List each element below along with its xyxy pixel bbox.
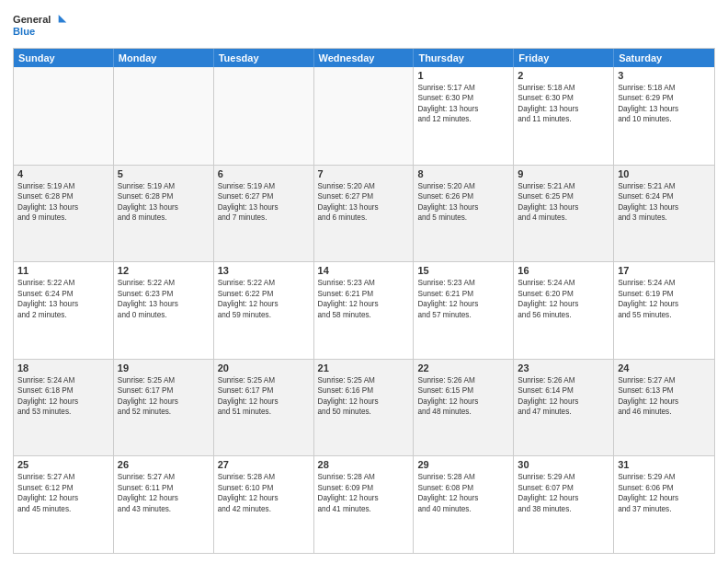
- svg-marker-2: [59, 15, 67, 23]
- cal-cell: 31Sunrise: 5:29 AMSunset: 6:06 PMDayligh…: [614, 456, 714, 553]
- cell-info: Sunrise: 5:21 AMSunset: 6:24 PMDaylight:…: [618, 181, 711, 224]
- cal-cell: 12Sunrise: 5:22 AMSunset: 6:23 PMDayligh…: [114, 262, 214, 359]
- cal-cell: [14, 67, 114, 165]
- cell-info: Sunrise: 5:19 AMSunset: 6:28 PMDaylight:…: [17, 181, 109, 224]
- calendar-body: 1Sunrise: 5:17 AMSunset: 6:30 PMDaylight…: [14, 67, 714, 553]
- cal-cell: 3Sunrise: 5:18 AMSunset: 6:29 PMDaylight…: [614, 67, 714, 165]
- weekday-header-monday: Monday: [114, 49, 214, 67]
- weekday-header-friday: Friday: [514, 49, 614, 67]
- cell-info: Sunrise: 5:21 AMSunset: 6:25 PMDaylight:…: [518, 181, 609, 224]
- day-number: 18: [17, 362, 109, 373]
- cell-info: Sunrise: 5:25 AMSunset: 6:16 PMDaylight:…: [318, 375, 410, 418]
- cell-info: Sunrise: 5:24 AMSunset: 6:18 PMDaylight:…: [17, 375, 109, 418]
- cal-cell: 25Sunrise: 5:27 AMSunset: 6:12 PMDayligh…: [14, 456, 114, 553]
- weekday-header-sunday: Sunday: [14, 49, 114, 67]
- cal-cell: 1Sunrise: 5:17 AMSunset: 6:30 PMDaylight…: [414, 67, 514, 165]
- cell-info: Sunrise: 5:23 AMSunset: 6:21 PMDaylight:…: [318, 278, 410, 320]
- weekday-header-thursday: Thursday: [414, 49, 514, 67]
- header: General Blue: [13, 9, 715, 42]
- weekday-header-wednesday: Wednesday: [314, 49, 415, 67]
- cell-info: Sunrise: 5:26 AMSunset: 6:14 PMDaylight:…: [518, 375, 609, 418]
- week-row-2: 11Sunrise: 5:22 AMSunset: 6:24 PMDayligh…: [14, 261, 714, 359]
- weekday-header-tuesday: Tuesday: [214, 49, 314, 67]
- cal-cell: 20Sunrise: 5:25 AMSunset: 6:17 PMDayligh…: [214, 360, 314, 456]
- logo: General Blue: [13, 9, 68, 42]
- cal-cell: 6Sunrise: 5:19 AMSunset: 6:27 PMDaylight…: [214, 166, 314, 262]
- cal-cell: 8Sunrise: 5:20 AMSunset: 6:26 PMDaylight…: [414, 166, 514, 262]
- day-number: 20: [218, 362, 310, 373]
- day-number: 2: [518, 70, 609, 81]
- cell-info: Sunrise: 5:18 AMSunset: 6:29 PMDaylight:…: [618, 83, 711, 125]
- cell-info: Sunrise: 5:23 AMSunset: 6:21 PMDaylight:…: [417, 278, 509, 320]
- cell-info: Sunrise: 5:18 AMSunset: 6:30 PMDaylight:…: [518, 83, 609, 125]
- cell-info: Sunrise: 5:27 AMSunset: 6:12 PMDaylight:…: [17, 472, 109, 514]
- cal-cell: 2Sunrise: 5:18 AMSunset: 6:30 PMDaylight…: [514, 67, 614, 165]
- day-number: 4: [17, 168, 109, 179]
- day-number: 29: [417, 459, 509, 470]
- week-row-0: 1Sunrise: 5:17 AMSunset: 6:30 PMDaylight…: [14, 67, 714, 165]
- day-number: 8: [417, 168, 509, 179]
- calendar-header: SundayMondayTuesdayWednesdayThursdayFrid…: [14, 49, 714, 67]
- logo-svg: General Blue: [13, 9, 68, 42]
- day-number: 13: [218, 265, 310, 276]
- cell-info: Sunrise: 5:24 AMSunset: 6:19 PMDaylight:…: [618, 278, 711, 320]
- day-number: 14: [318, 265, 410, 276]
- cell-info: Sunrise: 5:29 AMSunset: 6:06 PMDaylight:…: [618, 472, 711, 514]
- week-row-1: 4Sunrise: 5:19 AMSunset: 6:28 PMDaylight…: [14, 165, 714, 262]
- page: General Blue SundayMondayTuesdayWednesda…: [0, 0, 728, 563]
- cal-cell: 26Sunrise: 5:27 AMSunset: 6:11 PMDayligh…: [114, 456, 214, 553]
- cal-cell: 17Sunrise: 5:24 AMSunset: 6:19 PMDayligh…: [614, 262, 714, 359]
- calendar: SundayMondayTuesdayWednesdayThursdayFrid…: [13, 48, 715, 554]
- day-number: 16: [518, 265, 609, 276]
- cal-cell: [114, 67, 214, 165]
- cell-info: Sunrise: 5:17 AMSunset: 6:30 PMDaylight:…: [417, 83, 509, 125]
- cal-cell: 5Sunrise: 5:19 AMSunset: 6:28 PMDaylight…: [114, 166, 214, 262]
- cal-cell: 13Sunrise: 5:22 AMSunset: 6:22 PMDayligh…: [214, 262, 314, 359]
- cell-info: Sunrise: 5:22 AMSunset: 6:23 PMDaylight:…: [118, 278, 210, 320]
- svg-text:Blue: Blue: [13, 26, 35, 37]
- svg-text:General: General: [13, 14, 51, 25]
- cell-info: Sunrise: 5:19 AMSunset: 6:28 PMDaylight:…: [118, 181, 210, 224]
- cal-cell: 11Sunrise: 5:22 AMSunset: 6:24 PMDayligh…: [14, 262, 114, 359]
- day-number: 26: [118, 459, 210, 470]
- day-number: 22: [417, 362, 509, 373]
- weekday-header-saturday: Saturday: [614, 49, 714, 67]
- day-number: 17: [618, 265, 711, 276]
- cell-info: Sunrise: 5:22 AMSunset: 6:22 PMDaylight:…: [218, 278, 310, 320]
- cal-cell: 28Sunrise: 5:28 AMSunset: 6:09 PMDayligh…: [314, 456, 415, 553]
- cal-cell: 18Sunrise: 5:24 AMSunset: 6:18 PMDayligh…: [14, 360, 114, 456]
- day-number: 27: [218, 459, 310, 470]
- cal-cell: 23Sunrise: 5:26 AMSunset: 6:14 PMDayligh…: [514, 360, 614, 456]
- day-number: 7: [318, 168, 410, 179]
- cell-info: Sunrise: 5:19 AMSunset: 6:27 PMDaylight:…: [218, 181, 310, 224]
- cell-info: Sunrise: 5:27 AMSunset: 6:13 PMDaylight:…: [618, 375, 711, 418]
- cal-cell: 21Sunrise: 5:25 AMSunset: 6:16 PMDayligh…: [314, 360, 415, 456]
- cal-cell: 22Sunrise: 5:26 AMSunset: 6:15 PMDayligh…: [414, 360, 514, 456]
- cal-cell: [314, 67, 415, 165]
- day-number: 5: [118, 168, 210, 179]
- day-number: 11: [17, 265, 109, 276]
- cal-cell: 4Sunrise: 5:19 AMSunset: 6:28 PMDaylight…: [14, 166, 114, 262]
- day-number: 28: [318, 459, 410, 470]
- cal-cell: 10Sunrise: 5:21 AMSunset: 6:24 PMDayligh…: [614, 166, 714, 262]
- cal-cell: 16Sunrise: 5:24 AMSunset: 6:20 PMDayligh…: [514, 262, 614, 359]
- cal-cell: [214, 67, 314, 165]
- cell-info: Sunrise: 5:20 AMSunset: 6:27 PMDaylight:…: [318, 181, 410, 224]
- cell-info: Sunrise: 5:26 AMSunset: 6:15 PMDaylight:…: [417, 375, 509, 418]
- week-row-3: 18Sunrise: 5:24 AMSunset: 6:18 PMDayligh…: [14, 359, 714, 456]
- day-number: 23: [518, 362, 609, 373]
- cell-info: Sunrise: 5:24 AMSunset: 6:20 PMDaylight:…: [518, 278, 609, 320]
- day-number: 15: [417, 265, 509, 276]
- cell-info: Sunrise: 5:25 AMSunset: 6:17 PMDaylight:…: [218, 375, 310, 418]
- cell-info: Sunrise: 5:28 AMSunset: 6:08 PMDaylight:…: [417, 472, 509, 514]
- day-number: 6: [218, 168, 310, 179]
- week-row-4: 25Sunrise: 5:27 AMSunset: 6:12 PMDayligh…: [14, 455, 714, 553]
- cal-cell: 7Sunrise: 5:20 AMSunset: 6:27 PMDaylight…: [314, 166, 415, 262]
- cal-cell: 14Sunrise: 5:23 AMSunset: 6:21 PMDayligh…: [314, 262, 415, 359]
- cell-info: Sunrise: 5:25 AMSunset: 6:17 PMDaylight:…: [118, 375, 210, 418]
- cell-info: Sunrise: 5:29 AMSunset: 6:07 PMDaylight:…: [518, 472, 609, 514]
- day-number: 10: [618, 168, 711, 179]
- day-number: 9: [518, 168, 609, 179]
- day-number: 12: [118, 265, 210, 276]
- cal-cell: 27Sunrise: 5:28 AMSunset: 6:10 PMDayligh…: [214, 456, 314, 553]
